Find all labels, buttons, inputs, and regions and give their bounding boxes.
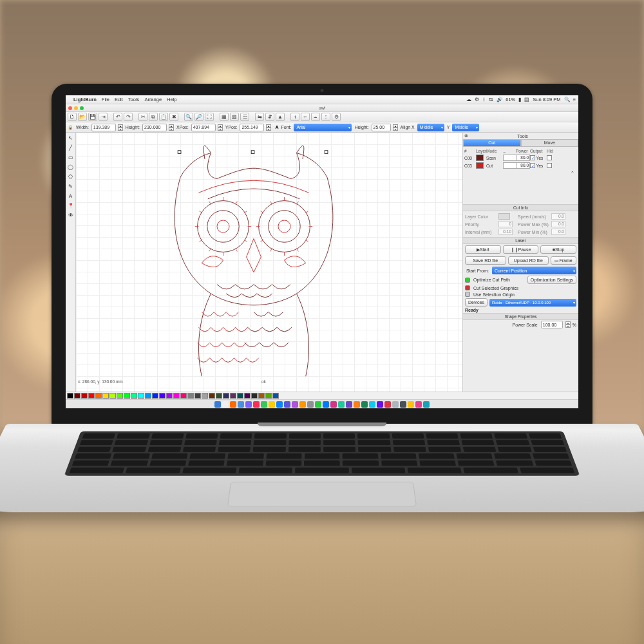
mirror-v-button[interactable]: ⇵ bbox=[265, 113, 274, 121]
start-from-dropdown[interactable]: Current Position bbox=[492, 267, 576, 274]
clock[interactable]: Sun 8:09 PM bbox=[533, 97, 560, 102]
height-field[interactable]: 230.000 bbox=[142, 124, 167, 131]
dock-app-icon[interactable] bbox=[369, 401, 375, 408]
dock-app-icon[interactable] bbox=[354, 401, 360, 408]
xpos-field[interactable]: 407.894 bbox=[191, 124, 216, 131]
dock-app-icon[interactable] bbox=[299, 401, 306, 408]
dock-app-icon[interactable] bbox=[284, 401, 290, 408]
tab-cut[interactable]: Cut bbox=[463, 139, 521, 147]
zoom-button[interactable] bbox=[80, 106, 84, 110]
position-tool[interactable]: 📍 bbox=[66, 202, 75, 210]
palette-swatch[interactable] bbox=[95, 393, 102, 399]
dock-app-icon[interactable] bbox=[276, 401, 283, 408]
menu-edit[interactable]: Edit bbox=[115, 97, 123, 102]
undo-button[interactable]: ↶ bbox=[113, 113, 122, 121]
palette-swatch[interactable] bbox=[202, 393, 208, 399]
ungroup-button[interactable]: ▨ bbox=[230, 113, 239, 121]
width-stepper[interactable]: ▴▾ bbox=[118, 124, 123, 131]
close-button[interactable] bbox=[68, 106, 72, 110]
optimize-toggle[interactable] bbox=[465, 278, 470, 283]
align-button[interactable]: ☲ bbox=[240, 113, 249, 121]
copy-button[interactable]: ⧉ bbox=[149, 113, 158, 121]
ypos-field[interactable]: 255.149 bbox=[240, 124, 264, 131]
menu-help[interactable]: Help bbox=[167, 97, 176, 102]
dock-app-icon[interactable] bbox=[400, 401, 406, 408]
preview-tool[interactable]: 👁 bbox=[66, 211, 75, 220]
frame-button[interactable]: ▭ Frame bbox=[551, 256, 576, 265]
font-height-stepper[interactable]: ▴▾ bbox=[393, 124, 398, 131]
dock-app-icon[interactable] bbox=[392, 401, 399, 408]
dock-app-icon[interactable] bbox=[261, 401, 267, 408]
device-dropdown[interactable]: Ruida - Ethernet/UDP : 10.0.0.100 bbox=[489, 299, 576, 307]
paste-button[interactable]: 📋 bbox=[159, 113, 168, 121]
flag-icon[interactable]: ▤ bbox=[524, 97, 529, 102]
save-rd-button[interactable]: Save RD file bbox=[465, 256, 506, 265]
palette-swatch[interactable] bbox=[251, 393, 258, 399]
dock-app-icon[interactable] bbox=[222, 401, 229, 408]
spotlight-icon[interactable]: 🔍 bbox=[564, 97, 570, 102]
dock-app-icon[interactable] bbox=[307, 401, 314, 408]
minimize-button[interactable] bbox=[74, 106, 78, 110]
dock-app-icon[interactable] bbox=[415, 401, 422, 408]
hide-checkbox[interactable] bbox=[547, 163, 552, 168]
dock-app-icon[interactable] bbox=[315, 401, 321, 408]
mirror-h-button[interactable]: ⇋ bbox=[255, 113, 264, 121]
edit-nodes-tool[interactable]: ✎ bbox=[66, 182, 75, 191]
palette-swatch[interactable] bbox=[102, 393, 109, 399]
flip-button[interactable]: ▲ bbox=[276, 113, 285, 121]
palette-swatch[interactable] bbox=[209, 393, 215, 399]
bold-button[interactable]: A bbox=[275, 125, 278, 129]
menu-arrange[interactable]: Arrange bbox=[144, 97, 162, 102]
palette-swatch[interactable] bbox=[194, 393, 201, 399]
layer-swatch[interactable] bbox=[476, 162, 484, 169]
palette-swatch[interactable] bbox=[187, 393, 194, 399]
save-file-button[interactable]: 💾 bbox=[88, 113, 97, 121]
settings-button[interactable]: ⚙ bbox=[332, 113, 341, 121]
bluetooth-icon[interactable]: ᚼ bbox=[482, 97, 486, 102]
tab-move[interactable]: Move bbox=[521, 139, 579, 147]
open-file-button[interactable]: 📂 bbox=[78, 113, 87, 121]
dock-app-icon[interactable] bbox=[214, 401, 221, 408]
palette-swatch[interactable] bbox=[166, 393, 173, 399]
output-checkbox[interactable]: ✓ bbox=[530, 155, 535, 160]
layer-row[interactable]: C03 Cut 80.0 ✓ Yes bbox=[464, 162, 577, 169]
palette-swatch[interactable] bbox=[223, 393, 229, 399]
power-scale-stepper[interactable]: ▴▾ bbox=[565, 321, 571, 328]
dock-app-icon[interactable] bbox=[346, 401, 352, 408]
lock-icon[interactable]: 🔒 bbox=[68, 125, 73, 130]
output-checkbox[interactable]: ✓ bbox=[530, 163, 535, 168]
palette-swatch[interactable] bbox=[180, 393, 187, 399]
cloud-icon[interactable]: ☁ bbox=[466, 97, 471, 102]
canvas[interactable]: x: 286.00, y: 130.00 mm ok bbox=[76, 133, 462, 392]
dock-app-icon[interactable] bbox=[292, 401, 298, 408]
palette-swatch[interactable] bbox=[152, 393, 158, 399]
palette-swatch[interactable] bbox=[109, 393, 116, 399]
palette-swatch[interactable] bbox=[265, 393, 272, 399]
wifi-icon[interactable]: ⇆ bbox=[489, 97, 493, 102]
upload-rd-button[interactable]: Upload RD file bbox=[508, 256, 549, 265]
menu-tools[interactable]: Tools bbox=[128, 97, 140, 102]
line-tool[interactable]: ╱ bbox=[66, 144, 75, 152]
cut-button[interactable]: ✂ bbox=[138, 113, 147, 121]
layer-row[interactable]: C00 Scan 80.0 ✓ Yes bbox=[464, 154, 577, 162]
alignx-dropdown[interactable]: Middle bbox=[417, 124, 444, 131]
optimization-settings-button[interactable]: Optimization Settings bbox=[527, 276, 576, 284]
user-icon[interactable]: ⚙ bbox=[475, 97, 479, 102]
height-stepper[interactable]: ▴▾ bbox=[169, 124, 174, 131]
volume-icon[interactable]: 🔊 bbox=[497, 97, 502, 102]
app-name[interactable]: LightBurn bbox=[73, 97, 97, 102]
zoom-in-button[interactable]: 🔍 bbox=[184, 113, 193, 121]
palette-swatch[interactable] bbox=[124, 393, 130, 399]
palette-swatch[interactable] bbox=[117, 393, 123, 399]
layer-color-block[interactable] bbox=[498, 213, 510, 220]
power-scale-field[interactable]: 100.00 bbox=[541, 321, 563, 328]
palette-swatch[interactable] bbox=[138, 393, 144, 399]
palette-swatch[interactable] bbox=[159, 393, 166, 399]
zoom-out-button[interactable]: 🔎 bbox=[194, 113, 204, 121]
zoom-fit-button[interactable]: ⛶ bbox=[205, 113, 214, 121]
delete-button[interactable]: ✖ bbox=[169, 113, 178, 121]
menu-file[interactable]: File bbox=[102, 97, 109, 102]
polygon-tool[interactable]: ⬠ bbox=[66, 173, 75, 181]
dock-app-icon[interactable] bbox=[245, 401, 252, 408]
start-button[interactable]: ▶ Start bbox=[465, 245, 501, 254]
